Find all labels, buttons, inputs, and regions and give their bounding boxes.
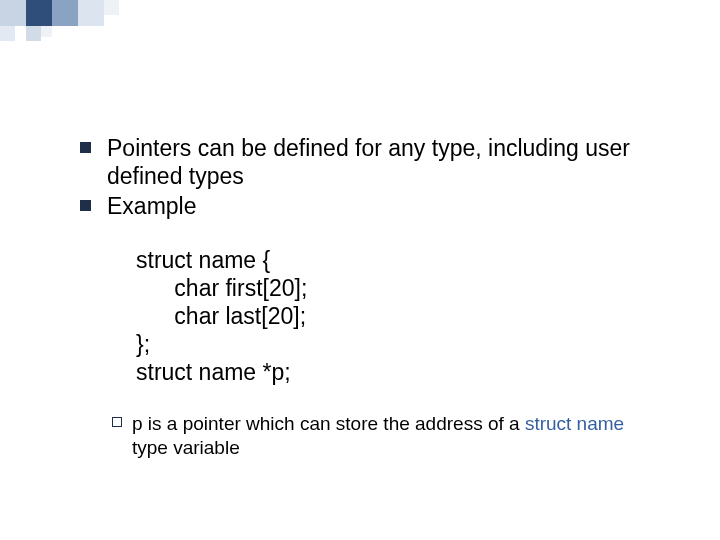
sub-text-post: type variable — [132, 437, 240, 458]
sub-text-pre: p is a pointer which can store the addre… — [132, 413, 525, 434]
bullet-item: Example — [80, 192, 660, 220]
code-line: struct name { — [136, 247, 270, 273]
code-line: char first[20]; — [136, 275, 307, 301]
slide: Pointers can be defined for any type, in… — [0, 0, 720, 540]
code-line: struct name *p; — [136, 359, 291, 385]
hollow-square-bullet-icon — [112, 417, 122, 427]
square-bullet-icon — [80, 200, 91, 211]
content-area: Pointers can be defined for any type, in… — [80, 134, 660, 460]
square-bullet-icon — [80, 142, 91, 153]
sub-bullet-text: p is a pointer which can store the addre… — [132, 412, 660, 460]
code-block: struct name { char first[20]; char last[… — [136, 246, 660, 386]
sub-text-keyword: struct name — [525, 413, 624, 434]
code-line: }; — [136, 331, 150, 357]
bullet-text: Pointers can be defined for any type, in… — [107, 134, 660, 190]
code-line: char last[20]; — [136, 303, 306, 329]
corner-decoration — [0, 0, 220, 50]
bullet-text: Example — [107, 192, 196, 220]
bullet-item: Pointers can be defined for any type, in… — [80, 134, 660, 190]
sub-bullet-item: p is a pointer which can store the addre… — [112, 412, 660, 460]
